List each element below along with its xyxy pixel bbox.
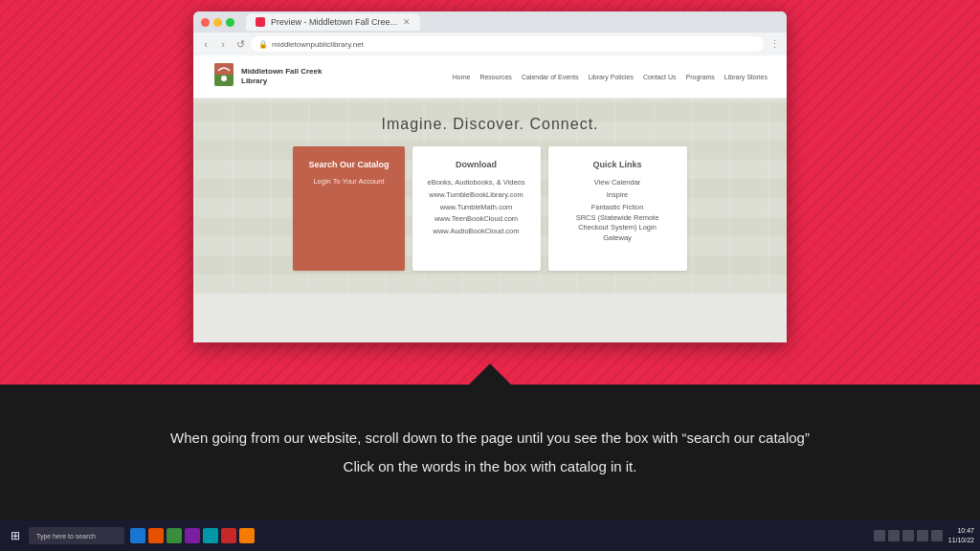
address-text: middletownpubliclibrary.net	[272, 40, 364, 49]
forward-button[interactable]: ›	[216, 37, 230, 51]
quicklink-1[interactable]: View Calendar	[564, 177, 672, 189]
tab-close-icon[interactable]: ✕	[403, 17, 411, 27]
caption-line1: When going from our website, scroll down…	[170, 427, 810, 450]
nav-stories[interactable]: Library Stories	[724, 74, 768, 80]
download-link-3[interactable]: www.TeenBookCloud.com	[428, 213, 525, 226]
quicklink-3[interactable]: Fantastic Fiction	[564, 202, 672, 214]
nav-programs[interactable]: Programs	[686, 74, 715, 80]
clock-date: 11/10/22	[948, 536, 974, 545]
sys-icon-4[interactable]	[917, 530, 928, 541]
site-nav: Home Resources Calendar of Events Librar…	[453, 74, 768, 80]
download-link-2[interactable]: www.TumbleMath.com	[428, 202, 525, 214]
hero-title: Imagine. Discover. Connect.	[212, 116, 768, 133]
sys-icon-5[interactable]	[931, 530, 943, 541]
taskbar-search[interactable]: Type here to search	[29, 527, 124, 544]
taskbar-pinned-icons	[130, 528, 255, 543]
nav-contact[interactable]: Contact Us	[643, 74, 677, 80]
quicklinks-card: Quick Links View Calendar Inspire Fantas…	[548, 146, 687, 271]
logo-icon	[212, 63, 235, 90]
minimize-button[interactable]	[213, 18, 222, 27]
catalog-login-link[interactable]: Login To Your Account	[308, 177, 389, 186]
sys-icon-1[interactable]	[874, 530, 885, 541]
browser-chrome: Preview - Middletown Fall Cree... ✕ ‹ › …	[193, 11, 787, 342]
nav-calendar[interactable]: Calendar of Events	[522, 74, 579, 80]
browser-tab[interactable]: Preview - Middletown Fall Cree... ✕	[246, 13, 420, 31]
nav-home[interactable]: Home	[453, 74, 471, 80]
lock-icon: 🔒	[258, 40, 268, 49]
download-card: Download eBooks, Audiobooks, & Videos ww…	[412, 146, 541, 271]
clock-time: 10:47	[948, 526, 974, 536]
back-button[interactable]: ‹	[199, 37, 212, 51]
sys-icon-3[interactable]	[902, 530, 914, 541]
sys-icon-2[interactable]	[888, 530, 900, 541]
taskbar: ⊞ Type here to search 10:47 11/10/22	[0, 520, 980, 551]
cards-row: Search Our Catalog Login To Your Account…	[212, 146, 768, 284]
svg-rect-1	[214, 63, 234, 75]
browser-window: Preview - Middletown Fall Cree... ✕ ‹ › …	[193, 0, 787, 342]
caption-line2: Click on the words in the box with catal…	[344, 455, 637, 478]
address-bar[interactable]: 🔒 middletownpubliclibrary.net	[251, 36, 764, 52]
quicklink-4[interactable]: SRCS (Statewide Remote Checkout System) …	[564, 213, 672, 232]
download-link-1[interactable]: www.TumbleBookLibrary.com	[428, 189, 525, 202]
caption-area: When going from our website, scroll down…	[0, 385, 980, 520]
nav-resources[interactable]: Resources	[479, 74, 511, 80]
taskbar-icon-5[interactable]	[203, 528, 218, 543]
download-subtitle: eBooks, Audiobooks, & Videos	[428, 178, 525, 187]
taskbar-search-text: Type here to search	[36, 533, 96, 540]
quicklink-5[interactable]: Gateway	[564, 232, 672, 245]
svg-point-2	[221, 76, 227, 81]
main-wrapper: Preview - Middletown Fall Cree... ✕ ‹ › …	[0, 0, 980, 551]
taskbar-icon-1[interactable]	[130, 528, 145, 543]
taskbar-icon-7[interactable]	[239, 528, 255, 543]
catalog-card[interactable]: Search Our Catalog Login To Your Account	[293, 146, 404, 271]
logo-area: Middletown Fall Creek Library	[212, 63, 322, 90]
tab-favicon	[256, 17, 265, 27]
browser-body: Middletown Fall Creek Library Home Resou…	[193, 55, 787, 342]
tab-title: Preview - Middletown Fall Cree...	[271, 17, 397, 27]
taskbar-clock: 10:47 11/10/22	[948, 526, 974, 545]
download-card-title: Download	[428, 160, 525, 169]
extensions-button[interactable]: ⋮	[768, 37, 781, 51]
start-button[interactable]: ⊞	[6, 526, 25, 545]
download-card-body: eBooks, Audiobooks, & Videos www.TumbleB…	[428, 177, 525, 238]
maximize-button[interactable]	[226, 18, 234, 27]
quicklink-2[interactable]: Inspire	[564, 189, 672, 202]
system-tray	[874, 530, 943, 541]
taskbar-icon-3[interactable]	[167, 528, 182, 543]
browser-titlebar: Preview - Middletown Fall Cree... ✕	[193, 11, 787, 33]
hero-section: Imagine. Discover. Connect. Search Our C…	[193, 99, 787, 294]
logo-text: Middletown Fall Creek Library	[241, 67, 322, 85]
taskbar-icon-4[interactable]	[185, 528, 200, 543]
quicklinks-card-title: Quick Links	[564, 160, 672, 169]
taskbar-icon-6[interactable]	[221, 528, 236, 543]
download-link-4[interactable]: www.AudioBookCloud.com	[428, 226, 525, 238]
taskbar-right: 10:47 11/10/22	[874, 526, 974, 545]
browser-nav: ‹ › ↺ 🔒 middletownpubliclibrary.net ⋮	[193, 33, 787, 55]
reload-button[interactable]: ↺	[234, 37, 247, 51]
nav-policies[interactable]: Library Policies	[588, 74, 633, 80]
close-button[interactable]	[201, 18, 210, 27]
taskbar-icon-2[interactable]	[148, 528, 164, 543]
catalog-card-title: Search Our Catalog	[308, 160, 389, 169]
quicklinks-card-body: View Calendar Inspire Fantastic Fiction …	[564, 177, 672, 245]
site-header: Middletown Fall Creek Library Home Resou…	[193, 55, 787, 99]
window-controls	[201, 18, 234, 27]
